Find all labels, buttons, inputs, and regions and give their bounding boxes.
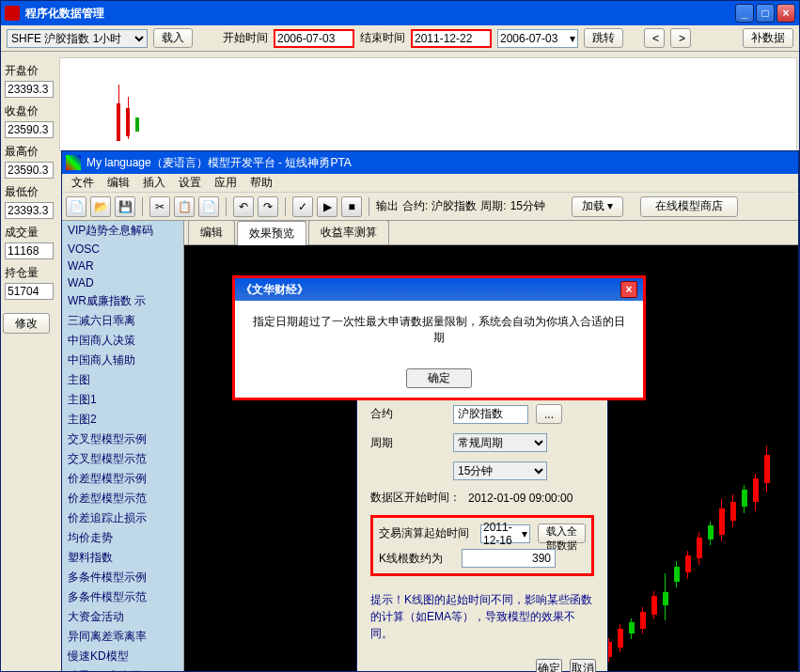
dev-titlebar: My language（麦语言）模型开发平台 - 短线神勇PTA [62,151,798,174]
period-value: 15分钟 [510,198,545,214]
sidebar-item[interactable]: 价差型模型示例 [62,469,183,489]
tab-profit[interactable]: 收益率测算 [308,220,389,244]
model-store-button[interactable]: 在线模型商店 [640,196,738,217]
save-icon[interactable]: 💾 [115,196,135,217]
period-field-label: 周期 [370,435,446,451]
open-price-label: 开盘价 [5,63,54,79]
menu-insert[interactable]: 插入 [137,173,171,193]
minimize-button[interactable]: _ [735,4,754,23]
sidebar-item[interactable]: 大资金活动 [62,607,183,627]
tab-preview[interactable]: 效果预览 [237,221,306,245]
menu-settings[interactable]: 设置 [173,173,207,193]
paste-icon[interactable]: 📄 [198,196,219,217]
date-picker[interactable]: 2006-07-03▾ [497,29,578,48]
period-label: 周期: [480,198,506,214]
copy-icon[interactable]: 📋 [174,196,195,217]
run-icon[interactable]: ▶ [317,196,337,217]
sidebar-item[interactable]: 异同离差乖离率 [62,627,183,647]
open-price: 23393.3 [5,81,54,98]
volume: 11168 [5,242,54,259]
sidebar-item[interactable]: 中国商人辅助 [62,351,183,370]
cut-icon[interactable]: ✂ [149,196,170,217]
alert-title: 《文华财经》 × [235,278,643,301]
browse-contract-button[interactable]: ... [536,404,562,424]
k-count-input[interactable] [462,549,556,568]
load-model-button[interactable]: 加载 ▾ [572,196,623,217]
start-time-label: 开始时间 [223,30,268,46]
dev-toolbar: 📄 📂 💾 ✂ 📋 📄 ↶ ↷ ✓ ▶ ■ 输出 合约: 沪胶指数 周期: 15… [62,193,798,221]
window-controls: _ □ × [735,4,795,23]
sidebar-item[interactable]: WAD [62,274,183,291]
dev-window-title: My language（麦语言）模型开发平台 - 短线神勇PTA [86,155,352,171]
menu-apply[interactable]: 应用 [209,173,243,193]
sidebar-item[interactable]: 价差追踪止损示 [62,508,183,528]
contract-input[interactable] [453,405,528,424]
menu-file[interactable]: 文件 [66,173,100,193]
prev-button[interactable]: < [644,28,665,48]
load-button[interactable]: 载入 [153,28,193,48]
end-date-field[interactable]: 2011-12-22 [411,29,492,48]
sidebar-item[interactable]: 中国商人决策 [62,331,183,351]
window-title: 程序化数据管理 [25,6,735,22]
contract-value: 沪胶指数 [431,198,477,214]
high-price: 23590.3 [5,162,54,179]
load-data-dialog: 载入数据 × 合约 ... 周期 常规周期 15分钟 数据区开始时间： 2012… [356,371,608,672]
symbol-select[interactable]: SHFE 沪胶指数 1小时 [7,29,148,48]
new-icon[interactable]: 📄 [66,196,86,217]
data-cancel-button[interactable]: 取消 [570,659,596,672]
main-window: 程序化数据管理 _ □ × SHFE 沪胶指数 1小时 载入 开始时间 2006… [0,0,800,672]
sidebar-item[interactable]: VIP趋势全息解码 [62,221,183,241]
undo-icon[interactable]: ↶ [233,196,254,217]
sidebar-item[interactable]: VOSC [62,241,183,258]
sidebar-item[interactable]: 三减六日乖离 [62,311,183,331]
tab-edit[interactable]: 编辑 [188,220,235,244]
sidebar-item[interactable]: 均价走势 [62,528,183,548]
sidebar-item[interactable]: WAR [62,258,183,274]
modify-button[interactable]: 修改 [3,313,50,334]
model-sidebar: VIP趋势全息解码VOSCWARWADWR威廉指数 示三减六日乖离中国商人决策中… [62,221,184,671]
output-label: 输出 [376,198,399,214]
calc-start-label: 交易演算起始时间 [379,525,473,541]
start-date-field[interactable]: 2006-07-03 [274,29,354,48]
menubar: 文件 编辑 插入 设置 应用 帮助 [62,174,798,193]
fill-data-button[interactable]: 补数据 [743,28,793,48]
sidebar-item[interactable]: 才子VIP点金信 [62,666,183,671]
data-start-label: 数据区开始时间： [370,490,461,506]
dev-app-icon [66,155,81,170]
low-price-label: 最低价 [5,184,54,200]
sidebar-item[interactable]: 多条件模型示例 [62,568,183,587]
sidebar-item[interactable]: 塑料指数 [62,548,183,568]
menu-edit[interactable]: 编辑 [102,173,135,193]
close-price: 23590.3 [5,121,54,138]
menu-help[interactable]: 帮助 [244,173,278,193]
sidebar-item[interactable]: 交叉型模型示例 [62,430,183,449]
redo-icon[interactable]: ↷ [258,196,278,217]
period-value-select[interactable]: 15分钟 [453,461,547,480]
sidebar-item[interactable]: 主图2 [62,410,183,430]
alert-ok-button[interactable]: 确定 [406,368,472,388]
load-all-button[interactable]: 载入全部数据 [538,524,586,543]
price-panel: 开盘价23393.3 收盘价23590.3 最高价23590.3 最低价2339… [1,57,57,659]
check-icon[interactable]: ✓ [292,196,313,217]
close-button[interactable]: × [776,4,795,23]
sidebar-item[interactable]: 价差型模型示范 [62,489,183,508]
contract-label: 合约: [402,198,428,214]
sidebar-item[interactable]: 慢速KD模型 [62,647,183,666]
titlebar: 程序化数据管理 _ □ × [1,1,799,25]
sidebar-item[interactable]: WR威廉指数 示 [62,291,183,311]
sidebar-item[interactable]: 交叉型模型示范 [62,449,183,469]
app-icon [5,6,20,21]
next-button[interactable]: > [670,28,691,48]
calc-start-date[interactable]: 2011-12-16▾ [480,524,530,543]
low-price: 23393.3 [5,202,54,219]
jump-button[interactable]: 跳转 [584,28,623,48]
maximize-button[interactable]: □ [756,4,775,23]
sidebar-item[interactable]: 主图 [62,370,183,390]
sidebar-item[interactable]: 主图1 [62,390,183,410]
alert-close-icon[interactable]: × [620,281,637,298]
period-type-select[interactable]: 常规周期 [453,433,547,452]
data-ok-button[interactable]: 确定 [536,659,562,672]
open-icon[interactable]: 📂 [90,196,111,217]
sidebar-item[interactable]: 多条件模型示范 [62,587,183,607]
stop-icon[interactable]: ■ [341,196,362,217]
